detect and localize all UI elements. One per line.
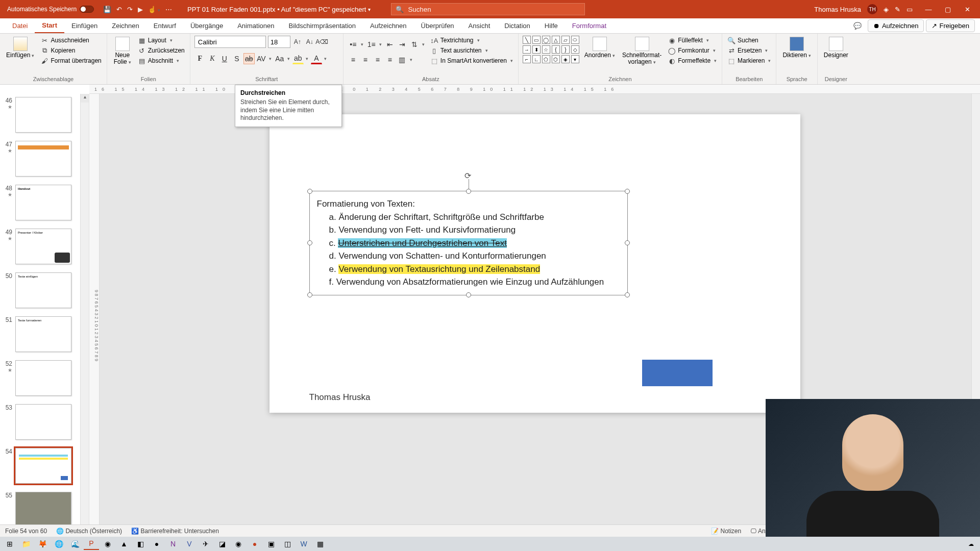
record-button[interactable]: ⏺Aufzeichnen (868, 19, 924, 32)
change-case-button[interactable]: Aa (274, 53, 285, 64)
new-slide-button[interactable]: Neue Folie (111, 36, 134, 66)
app-icon[interactable]: ◧ (133, 538, 148, 550)
increase-indent-icon[interactable]: ⇥ (397, 39, 408, 50)
resize-handle[interactable] (625, 189, 630, 194)
paste-button[interactable]: Einfügen (4, 36, 36, 60)
thumb-48[interactable]: 48★Handout (0, 182, 89, 226)
scroll-up-icon[interactable]: ▴ (81, 94, 89, 103)
strikethrough-button[interactable]: ab (243, 53, 255, 64)
obs-icon[interactable]: ◉ (231, 538, 246, 550)
app-icon[interactable]: ▦ (312, 538, 328, 550)
thumb-54[interactable]: 54 (0, 445, 89, 489)
thumb-51[interactable]: 51Texte formatieren (0, 313, 89, 357)
telegram-icon[interactable]: ✈ (198, 538, 213, 550)
tab-file[interactable]: Datei (5, 18, 35, 33)
chevron-down-icon[interactable]: ▾ (286, 56, 291, 61)
tab-dictation[interactable]: Dictation (497, 18, 537, 33)
ink-icon[interactable]: ✎ (895, 6, 900, 13)
onenote-icon[interactable]: N (165, 538, 181, 550)
layout-button[interactable]: ▦Layout (137, 36, 186, 45)
chevron-down-icon[interactable]: ▾ (409, 57, 414, 62)
search-box[interactable]: 🔍 (391, 3, 585, 15)
tab-view[interactable]: Ansicht (461, 18, 498, 33)
shape-outline-button[interactable]: ◯Formkontur (667, 46, 718, 55)
vlc-icon[interactable]: ▲ (116, 538, 132, 550)
bullets-button[interactable]: •≡ (348, 39, 359, 50)
shadow-button[interactable]: S (231, 53, 242, 64)
shape-effects-button[interactable]: ◐Formeffekte (667, 56, 718, 65)
replace-button[interactable]: ⇄Ersetzen (726, 46, 772, 55)
decrease-indent-icon[interactable]: ⇤ (384, 39, 396, 50)
align-right-icon[interactable]: ≡ (372, 54, 383, 65)
search-input[interactable] (408, 6, 580, 13)
clear-format-icon[interactable]: A⌫ (317, 37, 327, 47)
app-icon[interactable]: ◉ (100, 538, 115, 550)
start-button[interactable]: ⊞ (2, 538, 17, 550)
line-spacing-button[interactable]: ⇅ (409, 39, 420, 50)
resize-handle[interactable] (625, 240, 630, 245)
columns-button[interactable]: ▥ (397, 54, 408, 65)
shape-fill-button[interactable]: ◉Fülleffekt (667, 36, 718, 45)
app-icon[interactable]: ● (247, 538, 262, 550)
tab-design[interactable]: Entwurf (146, 18, 183, 33)
thumb-47[interactable]: 47★ (0, 138, 89, 182)
find-button[interactable]: 🔍Suchen (726, 36, 772, 45)
shapes-gallery[interactable]: ╲▭◯△▱⬭ →⬍☆{}◇ ⌐∟⬠⬡◈▾ (523, 36, 579, 63)
resize-handle[interactable] (625, 292, 630, 297)
tab-draw[interactable]: Zeichnen (105, 18, 146, 33)
decrease-font-icon[interactable]: A↓ (305, 37, 315, 47)
tab-transitions[interactable]: Übergänge (183, 18, 230, 33)
text-direction-button[interactable]: ↕ATextrichtung (429, 36, 514, 45)
slide-counter[interactable]: Folie 54 von 60 (5, 528, 47, 535)
thumb-49[interactable]: 49★Presenter / Klicker (0, 226, 89, 269)
explorer-icon[interactable]: 📁 (18, 538, 34, 550)
tab-slideshow[interactable]: Bildschirmpräsentation (281, 18, 363, 33)
chevron-down-icon[interactable]: ▾ (323, 56, 328, 61)
underline-button[interactable]: U (219, 53, 230, 64)
chevron-down-icon[interactable]: ▾ (368, 7, 371, 12)
document-title[interactable]: PPT 01 Roter Faden 001.pptx • Auf "diese… (187, 6, 371, 13)
text-box[interactable]: Formatierung von Texten: a. Änderung der… (309, 191, 628, 295)
chevron-down-icon[interactable]: ▾ (378, 42, 383, 47)
app-icon[interactable]: ◪ (214, 538, 230, 550)
system-tray[interactable]: ☁ (968, 541, 978, 547)
chrome-icon[interactable]: 🌐 (51, 538, 66, 550)
ribbon-display-icon[interactable]: ▭ (906, 6, 913, 13)
accessibility-check[interactable]: ♿ Barrierefreiheit: Untersuchen (131, 528, 219, 535)
minimize-button[interactable]: — (919, 0, 938, 18)
chevron-down-icon[interactable]: ▾ (421, 42, 426, 47)
align-left-icon[interactable]: ≡ (348, 54, 359, 65)
copy-button[interactable]: ⧉Kopieren (39, 46, 102, 55)
from-beginning-icon[interactable]: ▶ (138, 6, 143, 13)
slide-canvas[interactable]: Formatierung von Texten: a. Änderung der… (270, 114, 800, 413)
resize-handle[interactable] (307, 292, 312, 297)
thumb-53[interactable]: 53 (0, 401, 89, 445)
thumb-52[interactable]: 52★ (0, 357, 89, 401)
word-icon[interactable]: W (296, 538, 311, 550)
weather-icon[interactable]: ☁ (968, 541, 974, 547)
comments-icon[interactable]: 💬 (849, 20, 866, 32)
language-indicator[interactable]: 🌐 Deutsch (Österreich) (56, 528, 122, 535)
char-spacing-button[interactable]: AV (256, 53, 267, 64)
rotate-handle-icon[interactable] (464, 171, 473, 179)
user-avatar[interactable]: TH (867, 4, 877, 14)
ruler-horizontal[interactable]: 16 15 14 13 12 11 10 9 8 7 6 5 4 3 2 1 0… (89, 85, 980, 94)
select-button[interactable]: ⬚Markieren (726, 56, 772, 65)
maximize-button[interactable]: ▢ (938, 0, 958, 18)
ruler-vertical[interactable]: 9 8 7 6 5 4 3 2 1 0 1 2 3 4 5 6 7 8 9 (89, 94, 100, 537)
smartart-button[interactable]: ⬚In SmartArt konvertieren (429, 56, 514, 65)
thumb-50[interactable]: 50Texte einfügen (0, 269, 89, 313)
resize-handle[interactable] (466, 292, 471, 297)
toggle-switch-icon[interactable] (80, 6, 94, 13)
highlight-button[interactable]: ab (292, 53, 304, 64)
numbering-button[interactable]: 1≡ (366, 39, 377, 50)
font-size-input[interactable] (268, 36, 290, 48)
edge-icon[interactable]: 🌊 (67, 538, 83, 550)
justify-icon[interactable]: ≡ (384, 54, 396, 65)
quick-styles-button[interactable]: Schnellformat- vorlagen (620, 36, 664, 66)
designer-button[interactable]: Designer (822, 36, 850, 60)
tab-record[interactable]: Aufzeichnen (363, 18, 414, 33)
app-icon[interactable]: ▣ (263, 538, 279, 550)
tab-animations[interactable]: Animationen (230, 18, 281, 33)
save-icon[interactable]: 💾 (103, 6, 111, 13)
